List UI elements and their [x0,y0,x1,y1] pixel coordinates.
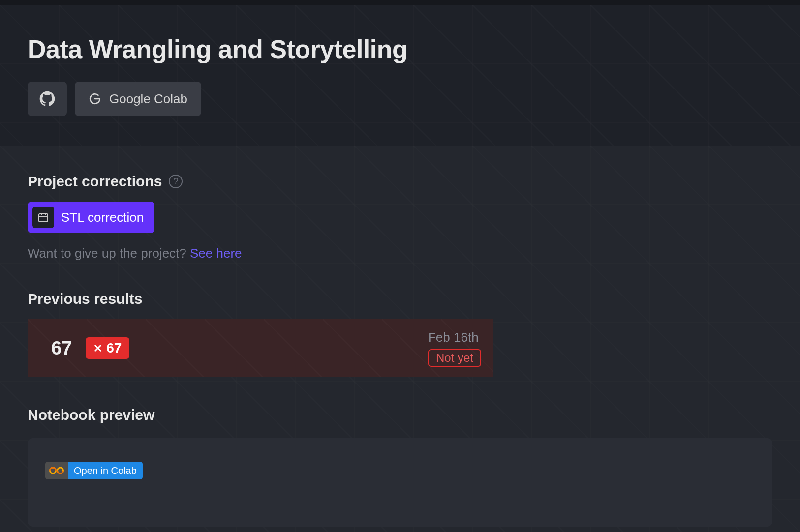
content: Project corrections ? STL correction Wan… [0,146,800,532]
previous-results-section: Previous results 67 67 Feb 16th Not yet [28,291,772,377]
svg-rect-0 [39,214,48,222]
google-colab-button[interactable]: Google Colab [75,82,201,116]
page-title: Data Wrangling and Storytelling [28,34,772,64]
result-score-badge: 67 [86,337,129,359]
notebook-preview-title: Notebook preview [28,407,772,423]
result-row[interactable]: 67 67 Feb 16th Not yet [28,319,493,377]
open-in-colab-badge[interactable]: Open in Colab [45,462,143,479]
window-top-bar [0,0,800,5]
project-corrections-section: Project corrections ? STL correction Wan… [28,173,772,261]
badge-score-value: 67 [106,340,122,356]
section-title-row: Project corrections ? [28,173,772,190]
project-corrections-title: Project corrections [28,173,162,190]
giveup-row: Want to give up the project? See here [28,246,772,261]
notebook-preview-section: Notebook preview Open in Colab [28,407,772,527]
result-date: Feb 16th [428,330,481,345]
header-buttons: Google Colab [28,82,772,116]
giveup-link[interactable]: See here [190,246,242,261]
colab-logo-icon [45,462,68,479]
giveup-text: Want to give up the project? [28,246,190,261]
header: Data Wrangling and Storytelling Google C… [0,5,800,146]
notebook-preview-panel: Open in Colab [28,438,772,527]
result-status-badge: Not yet [428,349,481,367]
result-score: 67 [51,338,72,359]
previous-results-title: Previous results [28,291,772,307]
github-button[interactable] [28,82,67,116]
calendar-icon [32,207,54,228]
github-icon [39,91,55,107]
google-colab-label: Google Colab [109,91,187,107]
open-in-colab-label: Open in Colab [68,462,143,479]
close-icon [93,344,102,353]
google-icon [89,92,101,105]
stl-correction-button[interactable]: STL correction [28,202,154,233]
stl-correction-label: STL correction [61,210,144,225]
help-icon[interactable]: ? [169,175,183,188]
result-meta: Feb 16th Not yet [428,330,481,367]
